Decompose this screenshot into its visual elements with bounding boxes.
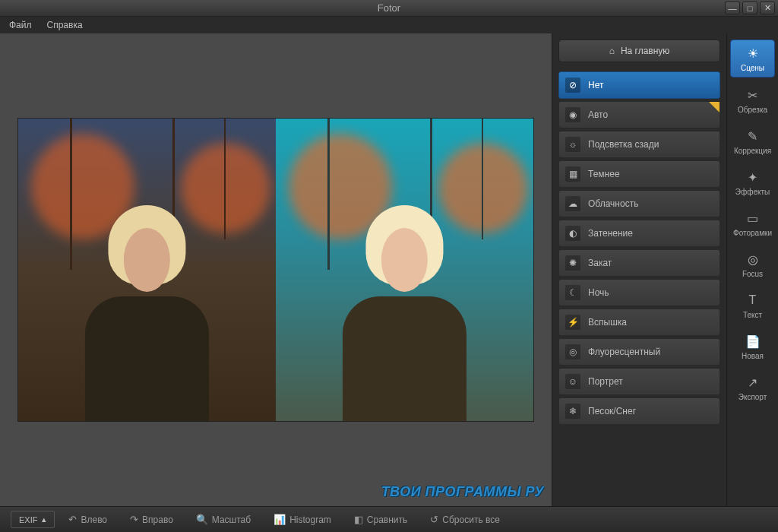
maximize-button[interactable]: □ [742, 2, 757, 14]
bottombar-button[interactable]: ↺Сбросить все [424, 511, 506, 528]
preset-item[interactable]: ☺Портрет [558, 368, 720, 395]
preset-icon: ⚡ [565, 315, 580, 330]
bottombar-button[interactable]: ↶Влево [62, 511, 113, 528]
preset-label: Закат [588, 258, 612, 268]
bottombar-button[interactable]: 🔍Масштаб [190, 511, 257, 528]
preset-icon: ☾ [565, 285, 580, 300]
preset-item[interactable]: ☾Ночь [558, 279, 720, 306]
bottombar-label: Влево [81, 515, 107, 525]
preset-label: Песок/Снег [588, 406, 636, 416]
tool-item[interactable]: ✎Коррекция [730, 123, 775, 160]
tool-icon: ✎ [745, 128, 761, 144]
tool-item[interactable]: ◎Focus [730, 246, 775, 283]
app-title: Fotor [378, 2, 400, 14]
preset-list: ⊘Нет◉Авто☼Подсветка сзади▦Темнее☁Облачно… [558, 71, 720, 506]
bottombar-label: Вправо [142, 515, 173, 525]
bottombar-icon: ↶ [68, 514, 77, 525]
preset-label: Авто [588, 109, 608, 120]
photo-before [18, 119, 276, 421]
tool-label: Эффекты [735, 188, 770, 196]
bottombar-icon: ◧ [354, 514, 363, 525]
tool-item[interactable]: 📄Новая [730, 328, 775, 365]
photo-compare[interactable] [17, 118, 534, 422]
bottombar-button[interactable]: ◧Сравнить [348, 511, 413, 528]
exif-button[interactable]: EXIF ▴ [11, 511, 55, 528]
tool-label: Новая [742, 352, 764, 360]
tools-column: ☀Сцены✂Обрезка✎Коррекция✦Эффекты▭Фоторам… [726, 33, 778, 506]
preset-icon: ◎ [565, 344, 580, 359]
menu-file[interactable]: Файл [9, 20, 32, 30]
preset-item[interactable]: ❄Песок/Снег [558, 397, 720, 425]
preset-icon: ▦ [565, 166, 580, 182]
preset-item[interactable]: ◎Флуоресцентный [558, 338, 720, 366]
menu-help[interactable]: Справка [47, 20, 83, 30]
tool-icon: ☀ [745, 45, 761, 62]
preset-icon: ☁ [565, 196, 580, 211]
tool-item[interactable]: ✦Эффекты [730, 164, 775, 201]
tool-label: Фоторамки [733, 229, 772, 237]
preset-icon: ◐ [565, 226, 580, 241]
star-icon [709, 102, 719, 112]
bottombar-icon: ↺ [430, 514, 438, 525]
bottombar-label: Сбросить все [442, 515, 500, 525]
canvas-area: ТВОИ ПРОГРАММЫ РУ [0, 33, 552, 506]
bottombar: EXIF ▴ ↶Влево↷Вправо🔍Масштаб📊Histogram◧С… [0, 506, 778, 532]
preset-label: Затенение [588, 228, 633, 239]
tool-label: Focus [742, 270, 763, 278]
bottombar-icon: ↷ [130, 514, 138, 525]
canvas-wrap [0, 33, 552, 506]
bottombar-label: Histogram [289, 515, 331, 525]
bottombar-icon: 📊 [274, 514, 286, 525]
tool-item[interactable]: ↗Экспорт [730, 369, 775, 406]
tool-item[interactable]: ☀Сцены [730, 40, 775, 78]
home-button[interactable]: ⌂ На главную [558, 40, 720, 62]
preset-item[interactable]: ◐Затенение [558, 220, 720, 247]
preset-item[interactable]: ✺Закат [558, 249, 720, 277]
tool-icon: T [745, 292, 761, 309]
menubar: Файл Справка [0, 17, 778, 33]
tool-label: Текст [743, 311, 762, 319]
preset-label: Облачность [588, 198, 638, 209]
preset-icon: ❄ [565, 404, 580, 419]
tool-item[interactable]: TТекст [730, 287, 775, 324]
preset-item[interactable]: ⊘Нет [558, 71, 720, 99]
preset-item[interactable]: ⚡Вспышка [558, 309, 720, 336]
titlebar: Fotor ― □ ✕ [0, 0, 778, 17]
tool-item[interactable]: ▭Фоторамки [730, 205, 775, 242]
tool-label: Экспорт [738, 393, 767, 401]
preset-item[interactable]: ◉Авто [558, 101, 720, 128]
tool-icon: ↗ [745, 374, 761, 391]
tool-item[interactable]: ✂Обрезка [730, 82, 775, 119]
preset-item[interactable]: ☼Подсветка сзади [558, 131, 720, 158]
window-controls: ― □ ✕ [725, 2, 775, 14]
preset-label: Нет [588, 80, 603, 90]
preset-label: Флуоресцентный [588, 347, 660, 357]
minimize-button[interactable]: ― [725, 2, 740, 14]
preset-label: Темнее [588, 169, 620, 179]
home-label: На главную [621, 46, 669, 56]
preset-item[interactable]: ☁Облачность [558, 190, 720, 217]
bottombar-button[interactable]: ↷Вправо [124, 511, 179, 528]
preset-icon: ✺ [565, 255, 580, 271]
photo-after [276, 119, 533, 421]
preset-label: Портрет [588, 376, 623, 387]
bottombar-icon: 🔍 [196, 514, 208, 525]
bottombar-buttons: ↶Влево↷Вправо🔍Масштаб📊Histogram◧Сравнить… [62, 511, 505, 528]
preset-icon: ◉ [565, 107, 580, 122]
preset-label: Подсветка сзади [588, 139, 659, 150]
tool-label: Обрезка [738, 106, 767, 114]
preset-icon: ☼ [565, 137, 580, 152]
close-button[interactable]: ✕ [760, 2, 775, 14]
right-panel: ⌂ На главную ⊘Нет◉Авто☼Подсветка сзади▦Т… [552, 33, 778, 506]
preset-icon: ☺ [565, 374, 580, 389]
tool-icon: ◎ [745, 251, 761, 268]
tool-icon: ✦ [745, 169, 761, 185]
exif-label: EXIF [19, 515, 37, 524]
preset-item[interactable]: ▦Темнее [558, 160, 720, 188]
bottombar-button[interactable]: 📊Histogram [267, 511, 337, 528]
bottombar-label: Масштаб [212, 515, 251, 525]
tool-icon: 📄 [745, 333, 761, 350]
bottombar-label: Сравнить [367, 515, 407, 525]
tool-label: Коррекция [734, 147, 771, 155]
presets-column: ⌂ На главную ⊘Нет◉Авто☼Подсветка сзади▦Т… [552, 33, 726, 506]
